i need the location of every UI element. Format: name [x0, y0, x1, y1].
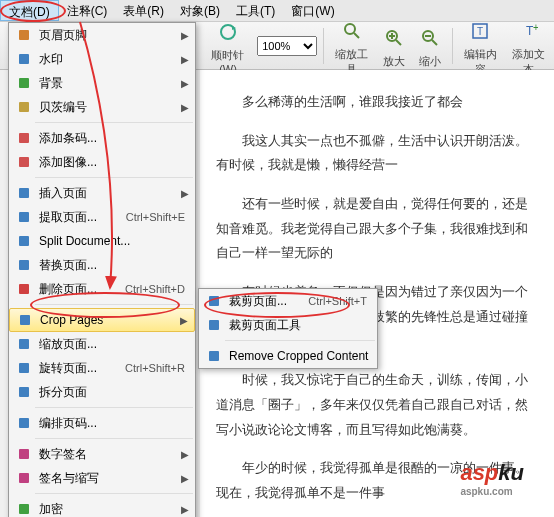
- rotate-cw-group[interactable]: 顺时针(W): [203, 16, 253, 75]
- delete-icon: [15, 280, 33, 298]
- split-icon: [15, 232, 33, 250]
- menu-item-header-footer[interactable]: 页眉页脚 ▶: [9, 23, 195, 47]
- menu-item-add-img[interactable]: 添加图像...: [9, 150, 195, 174]
- zoom-select[interactable]: 100%: [257, 36, 317, 56]
- menu-separator: [35, 304, 193, 305]
- menu-item-resize[interactable]: 缩放页面...: [9, 332, 195, 356]
- menu-item-label: 签名与缩写: [39, 470, 181, 487]
- menu-item-label: 页眉页脚: [39, 27, 181, 44]
- menu-form[interactable]: 表单(R): [115, 0, 172, 21]
- svg-rect-30: [19, 449, 29, 459]
- svg-text:T: T: [477, 26, 483, 37]
- submenu-arrow-icon: ▶: [180, 315, 188, 326]
- menu-item-label: 替换页面...: [39, 257, 189, 274]
- zoom-out-group[interactable]: 缩小: [414, 22, 446, 69]
- menu-document[interactable]: 文档(D): [0, 0, 59, 21]
- watermark-ku: ku: [498, 460, 524, 485]
- menu-item-label: 数字签名: [39, 446, 181, 463]
- menu-item-label: 背景: [39, 75, 181, 92]
- svg-rect-22: [19, 236, 29, 246]
- submenu-item-crop-page[interactable]: 裁剪页面... Ctrl+Shift+T: [199, 289, 377, 313]
- menu-item-insert-page[interactable]: 插入页面 ▶: [9, 181, 195, 205]
- menu-item-watermark[interactable]: 水印 ▶: [9, 47, 195, 71]
- menu-item-rotate[interactable]: 旋转页面... Ctrl+Shift+R: [9, 356, 195, 380]
- submenu-item-remove-crop[interactable]: Remove Cropped Content: [199, 344, 377, 368]
- menu-item-replace[interactable]: 替换页面...: [9, 253, 195, 277]
- svg-rect-29: [19, 418, 29, 428]
- menu-item-label: 删除页面...: [39, 281, 125, 298]
- menu-item-label: 水印: [39, 51, 181, 68]
- remove-crop-icon: [205, 347, 223, 365]
- svg-line-9: [432, 40, 437, 45]
- menu-item-split-page[interactable]: 拆分页面: [9, 380, 195, 404]
- menu-item-label: 编排页码...: [39, 415, 189, 432]
- svg-rect-34: [209, 296, 219, 306]
- zoom-in-group[interactable]: 放大: [378, 22, 410, 69]
- menu-item-sign[interactable]: 数字签名 ▶: [9, 442, 195, 466]
- menu-item-shortcut: Ctrl+Shift+E: [126, 211, 185, 223]
- menu-item-shortcut: Ctrl+Shift+D: [125, 283, 185, 295]
- crop-icon: [16, 311, 34, 329]
- svg-rect-28: [19, 387, 29, 397]
- svg-rect-20: [19, 188, 29, 198]
- submenu-item-crop-tool[interactable]: 裁剪页面工具: [199, 313, 377, 337]
- add-img-icon: [15, 153, 33, 171]
- menu-comment[interactable]: 注释(C): [59, 0, 116, 21]
- initials-icon: [15, 469, 33, 487]
- zoom-in-icon[interactable]: [378, 22, 410, 54]
- menu-item-add[interactable]: 加密 ▶: [9, 497, 195, 517]
- add-text-group[interactable]: T+ 添加文本: [506, 15, 550, 77]
- menu-separator: [225, 340, 375, 341]
- zoom-out-icon[interactable]: [414, 22, 446, 54]
- menu-item-pagenum[interactable]: 编排页码...: [9, 411, 195, 435]
- menu-item-label: 旋转页面...: [39, 360, 125, 377]
- add-icon: [15, 500, 33, 517]
- rotate-icon: [15, 359, 33, 377]
- menu-separator: [35, 177, 193, 178]
- menu-item-initials[interactable]: 签名与缩写 ▶: [9, 466, 195, 490]
- bates-icon: [15, 98, 33, 116]
- submenu-item-label: Remove Cropped Content: [229, 349, 371, 363]
- svg-rect-18: [19, 133, 29, 143]
- submenu-item-shortcut: Ctrl+Shift+T: [308, 295, 367, 307]
- sign-icon: [15, 445, 33, 463]
- add-text-icon[interactable]: T+: [512, 15, 544, 47]
- menu-item-crop[interactable]: Crop Pages ▶: [9, 308, 195, 332]
- menu-item-delete[interactable]: 删除页面... Ctrl+Shift+D: [9, 277, 195, 301]
- edit-content-icon[interactable]: T: [464, 15, 496, 47]
- crop-tool-icon: [205, 316, 223, 334]
- submenu-arrow-icon: ▶: [181, 188, 189, 199]
- toolbar-sep: [323, 28, 324, 64]
- zoom-out-label: 缩小: [419, 54, 441, 69]
- svg-rect-26: [19, 339, 29, 349]
- submenu-arrow-icon: ▶: [181, 473, 189, 484]
- submenu-item-label: 裁剪页面工具: [229, 317, 371, 334]
- submenu-item-label: 裁剪页面...: [229, 293, 308, 310]
- svg-rect-25: [20, 315, 30, 325]
- paragraph: 时候，我又惊诧于自己的生命天，训练，传闻，小道消息「圈子」，多年来仅仅凭着自己跟…: [216, 368, 538, 442]
- menu-item-extract[interactable]: 提取页面... Ctrl+Shift+E: [9, 205, 195, 229]
- menu-item-label: Split Document...: [39, 234, 189, 248]
- svg-text:+: +: [533, 22, 538, 33]
- menu-item-split[interactable]: Split Document...: [9, 229, 195, 253]
- submenu-arrow-icon: ▶: [181, 504, 189, 515]
- submenu-arrow-icon: ▶: [181, 78, 189, 89]
- zoom-in-label: 放大: [383, 54, 405, 69]
- menu-item-add-bar[interactable]: 添加条码...: [9, 126, 195, 150]
- svg-rect-23: [19, 260, 29, 270]
- extract-icon: [15, 208, 33, 226]
- replace-icon: [15, 256, 33, 274]
- menu-item-label: 插入页面: [39, 185, 181, 202]
- svg-rect-16: [19, 78, 29, 88]
- toolbar-sep2: [452, 28, 453, 64]
- svg-rect-35: [209, 320, 219, 330]
- menu-item-background[interactable]: 背景 ▶: [9, 71, 195, 95]
- menu-item-bates[interactable]: 贝茨编号 ▶: [9, 95, 195, 119]
- header-footer-icon: [15, 26, 33, 44]
- rotate-cw-icon[interactable]: [212, 16, 244, 48]
- crop-page-icon: [205, 292, 223, 310]
- edit-content-group[interactable]: T 编辑内容: [459, 15, 503, 77]
- zoom-tool-group[interactable]: 缩放工具: [330, 15, 374, 77]
- zoom-tool-icon[interactable]: [336, 15, 368, 47]
- svg-rect-19: [19, 157, 29, 167]
